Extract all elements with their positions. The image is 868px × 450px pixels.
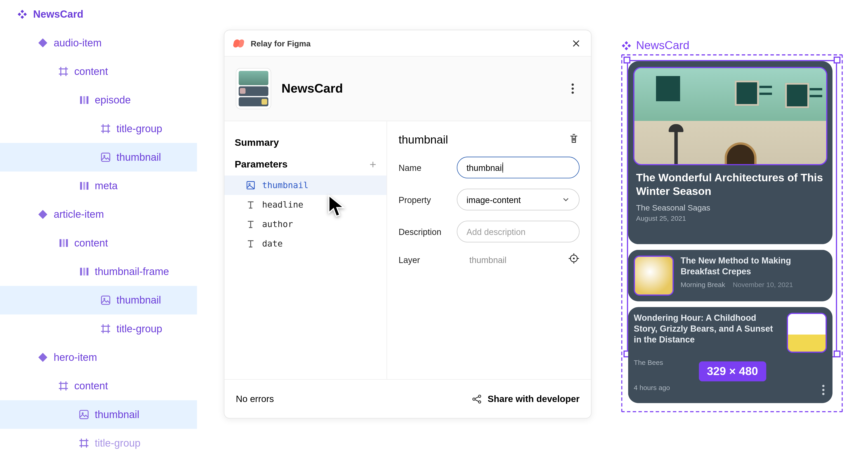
svg-rect-10 xyxy=(66,239,68,247)
svg-point-24 xyxy=(478,400,481,403)
text-icon xyxy=(246,239,255,248)
svg-rect-9 xyxy=(63,239,65,247)
tree-item-audio-item[interactable]: audio-item xyxy=(0,29,197,57)
parameter-heading: thumbnail xyxy=(399,133,448,146)
hero-thumbnail[interactable] xyxy=(633,67,827,165)
panel-left-column: Summary Parameters + thumbnailheadlineau… xyxy=(224,121,387,379)
tree-item-article-item[interactable]: article-item xyxy=(0,200,197,229)
svg-rect-14 xyxy=(101,296,110,305)
image-icon xyxy=(101,295,111,305)
resize-handle-br[interactable] xyxy=(834,350,840,357)
relay-logo-icon xyxy=(234,39,245,47)
svg-rect-3 xyxy=(101,153,110,161)
component-header: NewsCard xyxy=(224,57,591,121)
parameters-heading: Parameters xyxy=(235,159,287,170)
hero-author: The Seasonal Sagas xyxy=(636,203,825,212)
artboard-frame[interactable]: The Wonderful Architectures of This Wint… xyxy=(621,54,843,412)
article-date: November 10, 2021 xyxy=(733,280,793,288)
article-thumbnail[interactable] xyxy=(634,256,674,296)
audio-card[interactable]: Wondering Hour: A Childhood Story, Grizz… xyxy=(628,307,833,403)
layer-label: Layer xyxy=(399,255,450,264)
svg-point-21 xyxy=(573,258,575,259)
locate-layer-button[interactable] xyxy=(568,253,580,266)
tree-item-title-group[interactable]: title-group xyxy=(0,314,197,343)
plugin-title: Relay for Figma xyxy=(251,39,311,48)
tree-root-label: NewsCard xyxy=(33,8,84,20)
audio-headline: Wondering Hour: A Childhood Story, Grizz… xyxy=(634,313,774,345)
resize-handle-tr[interactable] xyxy=(834,57,840,63)
tree-item-title-group[interactable]: title-group xyxy=(0,429,197,450)
tree-item-thumbnail-frame[interactable]: thumbnail-frame xyxy=(0,257,197,286)
svg-rect-16 xyxy=(80,411,88,419)
chevron-down-icon xyxy=(562,196,570,203)
tree-item-title-group[interactable]: title-group xyxy=(0,114,197,143)
card-more-button[interactable] xyxy=(822,385,825,395)
param-headline[interactable]: headline xyxy=(224,195,386,214)
tree-item-thumbnail[interactable]: thumbnail xyxy=(0,286,197,314)
error-status: No errors xyxy=(236,394,274,404)
add-parameter-button[interactable]: + xyxy=(370,158,376,171)
tree-item-thumbnail[interactable]: thumbnail xyxy=(0,143,197,172)
tree-item-episode[interactable]: episode xyxy=(0,86,197,114)
description-placeholder: Add description xyxy=(467,227,526,236)
audio-author: The Bees xyxy=(634,359,663,366)
tree-item-thumbnail[interactable]: thumbnail xyxy=(0,400,197,429)
text-icon xyxy=(246,200,255,209)
audio-date: 4 hours ago xyxy=(634,384,670,392)
frame-icon xyxy=(101,324,111,334)
component-icon xyxy=(621,40,631,51)
tree-item-meta[interactable]: meta xyxy=(0,172,197,200)
close-button[interactable] xyxy=(570,37,582,49)
tree-item-content[interactable]: content xyxy=(0,229,197,257)
audio-thumbnail[interactable] xyxy=(787,313,827,353)
property-select[interactable]: image-content xyxy=(457,189,580,210)
svg-point-19 xyxy=(249,184,250,185)
name-input[interactable]: thumbnail xyxy=(457,157,580,178)
artboard-label[interactable]: NewsCard xyxy=(621,39,843,52)
image-icon xyxy=(79,410,89,420)
param-author[interactable]: author xyxy=(224,214,386,234)
component-icon xyxy=(17,9,27,19)
more-button[interactable] xyxy=(566,84,580,94)
svg-rect-11 xyxy=(80,268,82,276)
property-label: Property xyxy=(399,195,450,204)
tree-item-content[interactable]: content xyxy=(0,372,197,400)
panel-right-column: thumbnail Name thumbnail Property image-… xyxy=(387,121,591,379)
param-thumbnail[interactable]: thumbnail xyxy=(224,175,386,195)
diamond-icon xyxy=(38,352,48,362)
hero-card[interactable]: The Wonderful Architectures of This Wint… xyxy=(628,61,833,244)
name-label: Name xyxy=(399,163,450,172)
dots-icon xyxy=(79,180,89,191)
canvas-artboard: NewsCard The Wonderful Architectures of … xyxy=(621,39,843,412)
param-date[interactable]: date xyxy=(224,234,386,253)
svg-rect-6 xyxy=(83,182,85,190)
article-author: Morning Break xyxy=(681,280,725,288)
hero-headline: The Wonderful Architectures of This Wint… xyxy=(636,171,825,198)
description-label: Description xyxy=(399,227,450,236)
tree-root[interactable]: NewsCard xyxy=(0,0,197,29)
frame-icon xyxy=(58,66,68,77)
description-input[interactable]: Add description xyxy=(457,221,580,243)
article-card[interactable]: The New Method to Making Breakfast Crepe… xyxy=(628,250,833,301)
dots-icon xyxy=(79,266,89,277)
text-icon xyxy=(246,220,255,229)
summary-tab[interactable]: Summary xyxy=(224,133,386,153)
svg-rect-12 xyxy=(83,268,85,276)
svg-rect-0 xyxy=(80,96,82,104)
dots-icon xyxy=(58,238,68,248)
delete-parameter-button[interactable] xyxy=(568,133,580,146)
svg-rect-8 xyxy=(59,239,61,247)
panel-header: Relay for Figma xyxy=(224,30,591,57)
resize-handle-tl[interactable] xyxy=(623,57,630,63)
share-icon xyxy=(472,394,482,404)
tree-item-content[interactable]: content xyxy=(0,57,197,86)
article-headline: The New Method to Making Breakfast Crepe… xyxy=(681,256,827,277)
component-thumbnail xyxy=(236,68,271,109)
share-button[interactable]: Share with developer xyxy=(472,394,580,404)
diamond-icon xyxy=(38,209,48,220)
svg-rect-7 xyxy=(87,182,89,190)
panel-footer: No errors Share with developer xyxy=(224,379,591,418)
tree-item-hero-item[interactable]: hero-item xyxy=(0,343,197,372)
svg-point-22 xyxy=(473,398,475,400)
selection-dimensions: 329 × 480 xyxy=(699,361,766,381)
